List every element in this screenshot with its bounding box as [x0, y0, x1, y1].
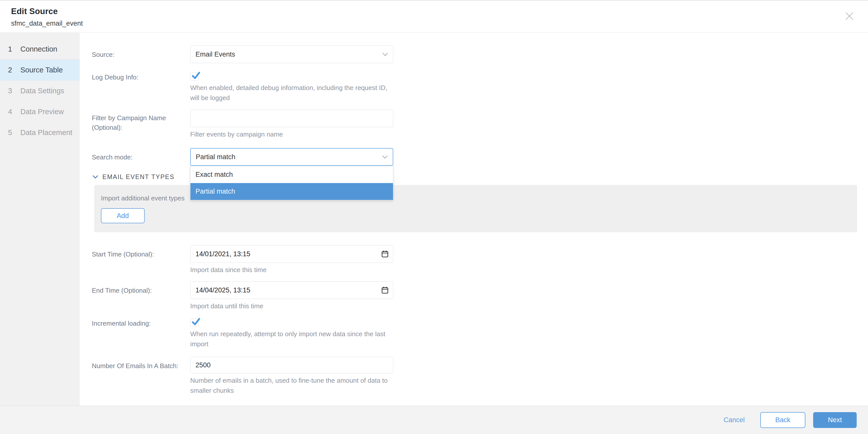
step-label: Data Placement: [20, 129, 72, 137]
next-button[interactable]: Next: [813, 412, 857, 428]
search-mode-dropdown: Exact match Partial match: [190, 166, 393, 200]
source-row: Source: Email Events: [92, 45, 857, 63]
log-debug-row: Log Debug Info: When enabled, detailed d…: [92, 72, 857, 103]
close-icon: [845, 11, 854, 21]
log-debug-label: Log Debug Info:: [92, 72, 190, 82]
end-time-input[interactable]: 14/04/2025, 13:15: [190, 281, 393, 299]
filter-campaign-input[interactable]: [190, 110, 393, 127]
option-exact-match[interactable]: Exact match: [190, 166, 393, 183]
filter-campaign-row: Filter by Campaign Name (Optional): Filt…: [92, 110, 857, 139]
chevron-down-icon: [382, 156, 388, 159]
back-button[interactable]: Back: [760, 412, 805, 428]
step-label: Connection: [20, 45, 57, 53]
filter-campaign-help: Filter events by campaign name: [190, 129, 393, 139]
batch-input[interactable]: [190, 357, 393, 373]
step-number: 4: [8, 108, 20, 116]
source-label: Source:: [92, 45, 190, 59]
incremental-row: Incremental loading: When run repeatedly…: [92, 319, 857, 349]
checkmark-icon: [191, 71, 200, 81]
step-connection[interactable]: 1 Connection: [0, 39, 80, 60]
batch-help: Number of emails in a batch, used to fin…: [190, 375, 393, 396]
start-time-value: 14/01/2021, 13:15: [195, 250, 250, 258]
start-time-label: Start Time (Optional):: [92, 245, 190, 259]
search-mode-select-value: Partial match: [196, 153, 236, 161]
start-time-row: Start Time (Optional): 14/01/2021, 13:15…: [92, 245, 857, 275]
start-time-input[interactable]: 14/01/2021, 13:15: [190, 245, 393, 263]
step-number: 3: [8, 87, 20, 95]
start-time-help: Import data since this time: [190, 265, 393, 275]
batch-row: Number Of Emails In A Batch: Number of e…: [92, 357, 857, 396]
search-mode-label: Search mode:: [92, 148, 190, 162]
step-number: 2: [8, 66, 20, 74]
batch-label: Number Of Emails In A Batch:: [92, 357, 190, 371]
edit-source-modal: Edit Source sfmc_data_email_event 1 Conn…: [0, 0, 868, 434]
end-time-help: Import data until this time: [190, 301, 393, 311]
email-event-types-title: EMAIL EVENT TYPES: [102, 173, 174, 180]
modal-title: Edit Source: [11, 6, 857, 16]
step-number: 5: [8, 129, 20, 137]
step-data-placement[interactable]: 5 Data Placement: [0, 122, 80, 143]
step-label: Source Table: [20, 66, 63, 74]
modal-header: Edit Source sfmc_data_email_event: [0, 0, 868, 33]
chevron-down-icon: [92, 175, 98, 179]
step-data-preview[interactable]: 4 Data Preview: [0, 101, 80, 122]
filter-campaign-label: Filter by Campaign Name (Optional):: [92, 110, 190, 132]
end-time-row: End Time (Optional): 14/04/2025, 13:15 I…: [92, 281, 857, 311]
incremental-help: When run repeatedly, attempt to only imp…: [190, 329, 393, 349]
calendar-icon[interactable]: [381, 250, 389, 258]
step-source-table[interactable]: 2 Source Table: [0, 60, 80, 80]
modal-subtitle: sfmc_data_email_event: [11, 20, 857, 27]
source-select-value: Email Events: [195, 51, 235, 58]
step-number: 1: [8, 45, 20, 53]
modal-footer: Cancel Back Next: [0, 406, 868, 434]
search-mode-select[interactable]: Partial match: [190, 148, 393, 166]
cancel-button[interactable]: Cancel: [723, 416, 745, 424]
step-label: Data Preview: [20, 108, 64, 116]
modal-body: 1 Connection 2 Source Table 3 Data Setti…: [0, 33, 868, 406]
form-content: Source: Email Events Log Debug Info:: [80, 33, 868, 406]
end-time-label: End Time (Optional):: [92, 281, 190, 295]
step-label: Data Settings: [20, 87, 64, 95]
source-select[interactable]: Email Events: [190, 45, 393, 63]
step-data-settings[interactable]: 3 Data Settings: [0, 80, 80, 101]
log-debug-checkbox[interactable]: [190, 72, 198, 81]
option-partial-match[interactable]: Partial match: [190, 183, 393, 200]
steps-sidebar: 1 Connection 2 Source Table 3 Data Setti…: [0, 33, 80, 406]
incremental-checkbox[interactable]: [190, 319, 198, 327]
calendar-icon[interactable]: [381, 287, 389, 294]
end-time-value: 14/04/2025, 13:15: [195, 287, 250, 294]
incremental-label: Incremental loading:: [92, 319, 190, 328]
search-mode-row: Search mode: Partial match Exact match P…: [92, 148, 857, 166]
log-debug-help: When enabled, detailed debug information…: [190, 83, 393, 103]
chevron-down-icon: [382, 53, 388, 56]
close-button[interactable]: [845, 11, 855, 22]
add-button[interactable]: Add: [101, 208, 145, 223]
checkmark-icon: [191, 317, 200, 327]
